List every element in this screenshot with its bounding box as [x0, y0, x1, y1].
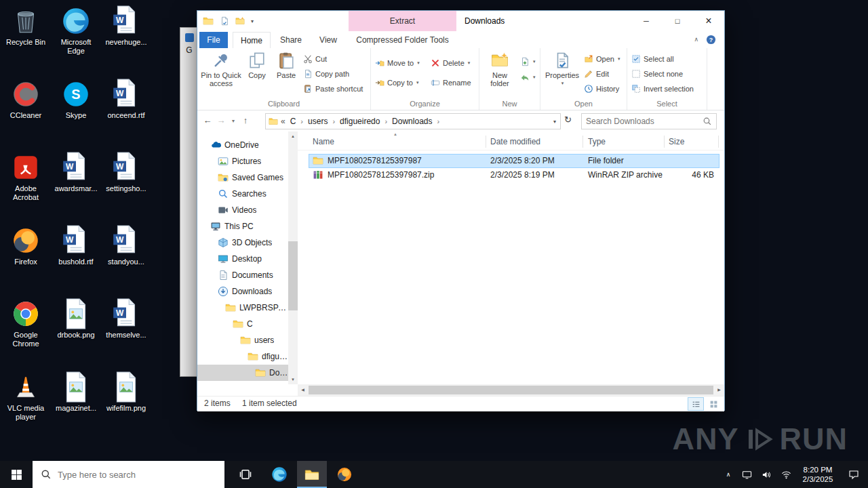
nav-item-3d-objects[interactable]: 3D Objects: [197, 235, 288, 251]
desktop-icon-ccleaner[interactable]: CCleaner: [1, 79, 50, 120]
rename-button[interactable]: Rename: [431, 76, 471, 89]
nav-item-videos[interactable]: Videos: [197, 202, 288, 218]
taskbar-explorer-button[interactable]: [297, 461, 327, 488]
display-tray-icon[interactable]: [737, 461, 757, 488]
column-separator[interactable]: [664, 136, 665, 148]
details-view-button[interactable]: [688, 397, 704, 411]
column-separator[interactable]: [486, 136, 486, 148]
tab-file[interactable]: File: [199, 32, 228, 48]
qat-customize-arrow-icon[interactable]: ▾: [251, 18, 254, 24]
nav-item-lwpbrspa24[interactable]: LWPBRSPA24: [197, 381, 288, 384]
maximize-button[interactable]: □: [662, 11, 693, 31]
search-input[interactable]: [586, 117, 700, 126]
cut-button[interactable]: Cut: [303, 52, 327, 66]
tab-share[interactable]: Share: [273, 32, 309, 48]
thumbnails-view-button[interactable]: [705, 397, 722, 411]
new-folder-button[interactable]: New folder: [482, 52, 517, 87]
desktop-icon-bushold-rtf[interactable]: Wbushold.rtf: [52, 225, 100, 266]
desktop-icon-skype[interactable]: SSkype: [52, 79, 100, 120]
breadcrumb-overflow[interactable]: «: [281, 117, 285, 126]
copy-to-button[interactable]: Copy to ▾: [375, 76, 418, 89]
volume-tray-icon[interactable]: [757, 461, 776, 488]
scrollbar-thumb[interactable]: [309, 386, 713, 394]
nav-item-downloads[interactable]: Downloads: [197, 283, 288, 300]
open-button[interactable]: Open ▾: [584, 52, 620, 66]
breadcrumb-segment[interactable]: dfigueiredo: [340, 117, 380, 126]
select-all-button[interactable]: Select all: [631, 52, 674, 66]
desktop-icon-google-chrome[interactable]: Google Chrome: [1, 298, 50, 348]
nav-item-desktop[interactable]: Desktop: [197, 251, 288, 267]
easy-access-button[interactable]: ▾: [520, 70, 536, 84]
desktop-icon-vlc-media-player[interactable]: VLC media player: [1, 371, 50, 422]
nav-item-c[interactable]: C: [197, 316, 288, 332]
network-tray-icon[interactable]: [776, 461, 796, 488]
back-button[interactable]: ←: [201, 115, 214, 127]
nav-item-saved-games[interactable]: Saved Games: [197, 169, 288, 186]
minimize-button[interactable]: ─: [631, 11, 662, 31]
background-window[interactable]: G: [180, 27, 198, 377]
action-center-button[interactable]: [840, 461, 868, 488]
desktop-icon-settingsho[interactable]: Wsettingsho...: [102, 152, 151, 193]
up-button[interactable]: ↑: [239, 115, 252, 127]
column-separator[interactable]: [583, 136, 583, 148]
column-header-type[interactable]: Type: [588, 133, 606, 150]
task-view-button[interactable]: [231, 461, 260, 488]
start-button[interactable]: [0, 461, 33, 488]
close-button[interactable]: ×: [693, 11, 724, 31]
column-header-size[interactable]: Size: [669, 133, 684, 150]
forward-button[interactable]: →: [215, 115, 227, 127]
edit-button[interactable]: Edit: [584, 67, 609, 81]
tab-compressed-folder-tools[interactable]: Compressed Folder Tools: [349, 32, 456, 48]
desktop-icon-neverhuge[interactable]: Wneverhuge...: [102, 5, 151, 47]
scroll-right-icon[interactable]: ▶: [714, 384, 724, 396]
desktop-icon-microsoft-edge[interactable]: Microsoft Edge: [52, 5, 100, 56]
scroll-left-icon[interactable]: ◀: [298, 384, 308, 396]
tray-expand-icon[interactable]: ∧: [719, 471, 737, 478]
nav-item-documents[interactable]: Documents: [197, 267, 288, 283]
taskbar-clock[interactable]: 8:20 PM 2/3/2025: [796, 465, 840, 484]
pin-to-quick-access-button[interactable]: Pin to Quick access: [200, 52, 242, 87]
desktop-icon-standyou[interactable]: Wstandyou...: [102, 225, 151, 266]
history-button[interactable]: History: [584, 82, 619, 96]
recent-locations-arrow-icon[interactable]: ▾: [229, 115, 237, 127]
nav-scrollbar[interactable]: ▲ ▼: [288, 131, 298, 384]
help-icon[interactable]: ?: [706, 35, 716, 45]
paste-shortcut-button[interactable]: Paste shortcut: [303, 82, 363, 96]
properties-button[interactable]: Properties ▾: [543, 52, 581, 87]
nav-item-lwpbrspa24[interactable]: LWPBRSPA24: [197, 300, 288, 316]
column-header-name[interactable]: Name: [313, 133, 334, 150]
desktop-icon-onceend-rtf[interactable]: Wonceend.rtf: [102, 79, 151, 120]
desktop-icon-magazinet[interactable]: magazinet...: [52, 371, 100, 413]
select-none-button[interactable]: Select none: [631, 67, 683, 81]
new-item-button[interactable]: ▾: [520, 55, 536, 68]
desktop-icon-themselve[interactable]: Wthemselve...: [102, 298, 151, 340]
copy-button[interactable]: Copy: [243, 52, 271, 79]
breadcrumb-segment[interactable]: users: [308, 117, 328, 126]
tab-view[interactable]: View: [311, 32, 345, 48]
desktop-icon-recycle-bin[interactable]: Recycle Bin: [1, 5, 50, 47]
refresh-button[interactable]: ↻: [564, 115, 572, 125]
breadcrumb-segment[interactable]: Downloads: [392, 117, 432, 126]
move-to-button[interactable]: Move to ▾: [375, 56, 420, 70]
qat-properties-icon[interactable]: [220, 16, 229, 26]
collapse-ribbon-icon[interactable]: ∧: [694, 36, 698, 43]
horizontal-scrollbar[interactable]: ◀ ▶: [298, 384, 724, 396]
taskbar-edge-button[interactable]: [264, 461, 294, 488]
delete-button[interactable]: Delete ▾: [431, 56, 470, 70]
address-bar[interactable]: «C›users›dfigueiredo›Downloads› ▾: [265, 113, 561, 129]
desktop-icon-drbook-png[interactable]: drbook.png: [52, 298, 100, 340]
address-dropdown-icon[interactable]: ▾: [552, 119, 557, 125]
scrollbar-thumb[interactable]: [288, 241, 298, 310]
nav-item-pictures[interactable]: Pictures: [197, 153, 288, 169]
nav-item-dfigueiredo[interactable]: dfigueiredo: [197, 348, 288, 365]
nav-item-searches[interactable]: Searches: [197, 186, 288, 202]
copy-path-button[interactable]: Copy path: [303, 67, 349, 81]
tab-home[interactable]: Home: [233, 32, 271, 48]
desktop-icon-wifefilm-png[interactable]: wifefilm.png: [102, 371, 151, 413]
nav-item-onedrive[interactable]: OneDrive: [197, 137, 288, 153]
taskbar-firefox-button[interactable]: [330, 461, 359, 488]
nav-item-users[interactable]: users: [197, 332, 288, 348]
desktop-icon-firefox[interactable]: Firefox: [1, 225, 50, 266]
nav-item-this-pc[interactable]: This PC: [197, 218, 288, 235]
column-separator[interactable]: [718, 136, 719, 148]
